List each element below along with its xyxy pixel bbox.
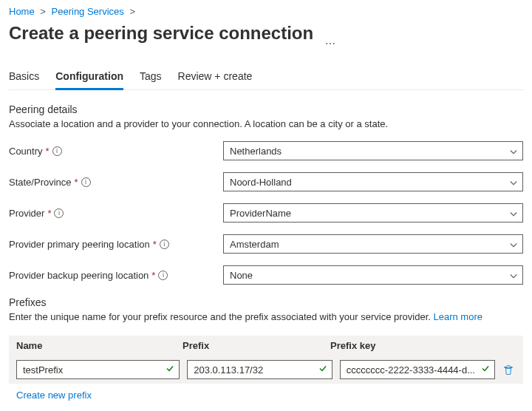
tab-review-create[interactable]: Review + create [178,66,253,89]
select-provider-value: ProviderName [230,208,291,219]
tab-basics[interactable]: Basics [9,66,39,89]
select-country-value: Netherlands [230,146,282,157]
more-actions-icon[interactable]: ⋯ [325,38,336,50]
input-prefix-key-value: cccccccc-2222-3333-4444-d... [347,364,475,376]
required-asterisk: * [75,177,78,188]
check-icon [318,364,327,376]
section-title-prefixes: Prefixes [9,296,523,308]
info-icon[interactable]: i [158,271,168,280]
required-asterisk: * [47,208,51,219]
section-desc-prefixes-text: Enter the unique name for your prefix re… [9,311,431,322]
breadcrumb-sep: > [129,6,135,17]
select-backup-location[interactable]: None [223,265,523,285]
label-state-text: State/Province [9,177,72,188]
required-asterisk: * [153,239,157,250]
learn-more-link[interactable]: Learn more [433,311,482,322]
info-icon[interactable]: i [54,208,64,218]
tab-bar: Basics Configuration Tags Review + creat… [9,66,523,90]
select-provider[interactable]: ProviderName [223,203,523,223]
check-icon [166,364,174,376]
info-icon[interactable]: i [81,177,91,187]
page-title: Create a peering service connection [9,23,313,44]
label-backup-location: Provider backup peering location * i [9,270,223,281]
select-primary-location-value: Amsterdam [230,239,279,250]
prefix-table: Name Prefix Prefix key testPrefix 203.0.… [9,336,523,384]
input-prefix-value-text: 203.0.113.17/32 [194,364,263,376]
breadcrumb-sep: > [40,6,46,17]
delete-row-button[interactable] [501,364,516,375]
section-title-peering-details: Peering details [9,103,523,115]
tab-configuration[interactable]: Configuration [55,66,123,90]
section-desc-prefixes: Enter the unique name for your prefix re… [9,311,523,322]
label-primary-location-text: Provider primary peering location [9,239,150,250]
required-asterisk: * [151,270,155,281]
breadcrumb-home[interactable]: Home [9,6,35,17]
label-provider: Provider * i [9,208,223,219]
table-row: testPrefix 203.0.113.17/32 cccccccc-2222… [9,356,523,384]
select-state-value: Noord-Holland [230,177,292,188]
required-asterisk: * [46,146,50,157]
info-icon[interactable]: i [160,240,169,249]
input-prefix-value[interactable]: 203.0.113.17/32 [187,360,332,379]
header-prefix: Prefix [183,340,330,351]
select-country[interactable]: Netherlands [223,141,523,160]
section-desc-peering-details: Associate a location and a provider to y… [9,118,523,129]
select-backup-location-value: None [230,270,253,281]
tab-tags[interactable]: Tags [140,66,162,89]
info-icon[interactable]: i [52,146,62,156]
input-prefix-key[interactable]: cccccccc-2222-3333-4444-d... [340,360,495,379]
label-primary-location: Provider primary peering location * i [9,239,223,250]
label-country-text: Country [9,146,43,157]
input-prefix-name[interactable]: testPrefix [16,360,180,379]
header-name: Name [16,340,183,351]
label-country: Country * i [9,146,223,157]
table-header-row: Name Prefix Prefix key [9,336,523,356]
breadcrumb-peering-services[interactable]: Peering Services [52,6,124,17]
input-prefix-name-value: testPrefix [23,364,63,376]
label-state: State/Province * i [9,177,223,188]
select-primary-location[interactable]: Amsterdam [223,234,523,254]
create-new-prefix-link[interactable]: Create new prefix [9,390,92,401]
header-prefix-key: Prefix key [330,340,516,351]
select-state[interactable]: Noord-Holland [223,172,523,191]
check-icon [481,364,490,376]
breadcrumb: Home > Peering Services > [9,6,523,17]
label-provider-text: Provider [9,208,44,219]
label-backup-location-text: Provider backup peering location [9,270,149,281]
